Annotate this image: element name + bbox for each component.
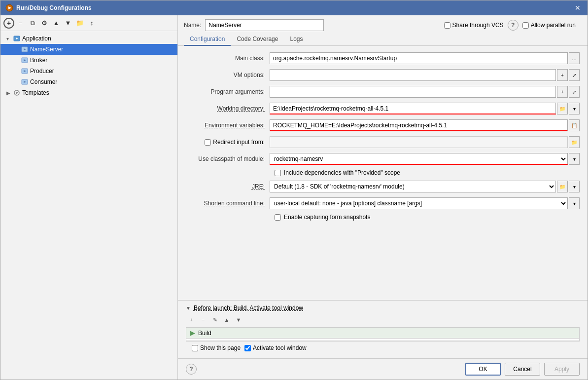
vm-options-input[interactable] [270, 69, 556, 81]
footer-help-icon[interactable]: ? [186, 364, 197, 375]
include-provided-checkbox[interactable] [275, 170, 281, 176]
redirect-input-checkbox[interactable] [205, 139, 211, 146]
classpath-row: Use classpath of module: rocketmq-namesr… [186, 152, 580, 165]
tab-logs[interactable]: Logs [284, 33, 309, 46]
vm-options-label: VM options: [186, 72, 270, 78]
shorten-dropdown-button[interactable]: ▾ [569, 197, 580, 209]
ok-button[interactable]: OK [465, 363, 501, 376]
before-launch-toolbar: + − ✎ ▲ ▼ [186, 314, 580, 325]
show-page-option[interactable]: Show this page [192, 344, 241, 351]
working-dir-browse-button[interactable]: 📁 [557, 103, 568, 114]
help-icon[interactable]: ? [508, 20, 519, 31]
redirect-input-field: 📁 [270, 136, 580, 148]
before-launch-up-button[interactable]: ▲ [221, 314, 232, 325]
vm-options-field: + ⤢ [270, 69, 580, 81]
program-args-expand-button[interactable]: + [557, 86, 568, 98]
program-args-row: Program arguments: + ⤢ [186, 85, 580, 98]
jre-field: Default (1.8 - SDK of 'rocketmq-namesrv'… [270, 181, 580, 192]
working-dir-dropdown-button[interactable]: ▾ [569, 103, 580, 114]
classpath-select[interactable]: rocketmq-namesrv [270, 153, 568, 165]
move-down-button[interactable]: ▼ [63, 18, 73, 29]
program-args-fullscreen-button[interactable]: ⤢ [569, 86, 580, 98]
close-button[interactable]: ✕ [573, 4, 583, 11]
build-icon: ▶ [190, 329, 195, 337]
enable-snapshots-checkbox[interactable] [275, 214, 281, 221]
share-vcs-checkbox[interactable] [444, 22, 450, 29]
activate-window-checkbox[interactable] [244, 345, 251, 351]
parallel-run-label: Allow parallel run [531, 22, 576, 29]
consumer-icon [21, 78, 28, 86]
sort-button[interactable]: ↕ [86, 18, 97, 29]
main-class-label: Main class: [186, 55, 270, 62]
name-field-label: Name: [184, 22, 201, 29]
jre-select[interactable]: Default (1.8 - SDK of 'rocketmq-namesrv'… [270, 181, 556, 192]
vm-options-fullscreen-button[interactable]: ⤢ [569, 69, 580, 81]
title-bar-left: Run/Debug Configurations [5, 4, 92, 12]
tree-item-nameserver[interactable]: NameServer [0, 44, 177, 55]
apply-button[interactable]: Apply [544, 363, 580, 376]
main-class-input[interactable] [270, 52, 568, 64]
redirect-input-browse-button[interactable]: 📁 [569, 136, 580, 148]
redirect-input-input[interactable] [270, 136, 568, 148]
show-page-checkbox[interactable] [192, 345, 198, 351]
tree-item-consumer[interactable]: Consumer [0, 76, 177, 87]
program-args-label: Program arguments: [186, 88, 270, 95]
tree-label-consumer: Consumer [30, 78, 57, 85]
redirect-input-option[interactable]: Redirect input from: [205, 139, 265, 146]
tab-code-coverage[interactable]: Code Coverage [231, 33, 284, 46]
tree-label-broker: Broker [30, 57, 47, 64]
broker-icon [21, 57, 28, 64]
jre-dropdown-button[interactable]: ▾ [569, 181, 580, 192]
jre-row: JRE: Default (1.8 - SDK of 'rocketmq-nam… [186, 180, 580, 193]
templates-icon [13, 89, 20, 97]
vm-options-expand-button[interactable]: + [557, 69, 568, 81]
tree-item-broker[interactable]: Broker [0, 55, 177, 66]
before-launch-down-button[interactable]: ▼ [233, 314, 244, 325]
add-config-button[interactable]: + [3, 18, 14, 29]
before-launch-edit-button[interactable]: ✎ [209, 314, 220, 325]
working-dir-input[interactable] [270, 103, 556, 114]
working-dir-label: Working directory: [186, 105, 270, 112]
move-up-button[interactable]: ▲ [51, 18, 62, 29]
share-vcs-option[interactable]: Share through VCS [444, 22, 504, 29]
jre-label: JRE: [186, 183, 270, 190]
env-vars-input[interactable] [270, 119, 568, 131]
tree-item-producer[interactable]: Producer [0, 66, 177, 76]
show-page-label: Show this page [200, 344, 241, 351]
shorten-select[interactable]: user-local default: none - java [options… [270, 197, 568, 209]
config-tree: ▾ Application [0, 31, 177, 380]
config-form: Main class: … VM options: + ⤢ [178, 46, 588, 300]
cancel-button[interactable]: Cancel [505, 363, 540, 376]
parallel-run-option[interactable]: Allow parallel run [522, 22, 576, 29]
include-provided-row: Include dependencies with "Provided" sco… [186, 169, 580, 176]
nameserver-icon [21, 46, 28, 53]
jre-browse-button[interactable]: 📁 [557, 181, 568, 192]
activate-window-option[interactable]: Activate tool window [244, 344, 307, 351]
tree-arrow-templates: ▶ [6, 90, 13, 96]
parallel-run-checkbox[interactable] [522, 22, 529, 29]
name-input[interactable] [205, 19, 324, 31]
classpath-dropdown-button[interactable]: ▾ [569, 153, 580, 165]
before-launch-collapse[interactable]: ▼ [186, 305, 191, 311]
footer-right: OK Cancel Apply [465, 363, 580, 376]
main-class-browse-button[interactable]: … [569, 52, 580, 64]
copy-config-button[interactable]: ⧉ [27, 18, 38, 29]
tab-configuration[interactable]: Configuration [184, 33, 231, 46]
classpath-label: Use classpath of module: [186, 155, 270, 162]
run-icon [5, 4, 13, 12]
share-vcs-label: Share through VCS [452, 22, 504, 29]
tree-item-application[interactable]: ▾ Application [0, 33, 177, 44]
settings-config-button[interactable]: ⚙ [39, 18, 50, 29]
activate-window-label: Activate tool window [253, 344, 307, 351]
tree-label-application: Application [22, 35, 51, 42]
before-launch-header: ▼ Before launch: Build, Activate tool wi… [186, 304, 580, 311]
before-launch-build-item: ▶ Build [186, 328, 579, 339]
remove-config-button[interactable]: − [15, 18, 26, 29]
before-launch-add-button[interactable]: + [186, 314, 197, 325]
folder-button[interactable]: 📁 [74, 18, 85, 29]
tree-item-templates[interactable]: ▶ Templates [0, 87, 177, 98]
shorten-row: Shorten command line: user-local default… [186, 197, 580, 210]
env-vars-edit-button[interactable]: 📋 [569, 119, 580, 131]
program-args-input[interactable] [270, 86, 556, 98]
before-launch-remove-button[interactable]: − [198, 314, 208, 325]
